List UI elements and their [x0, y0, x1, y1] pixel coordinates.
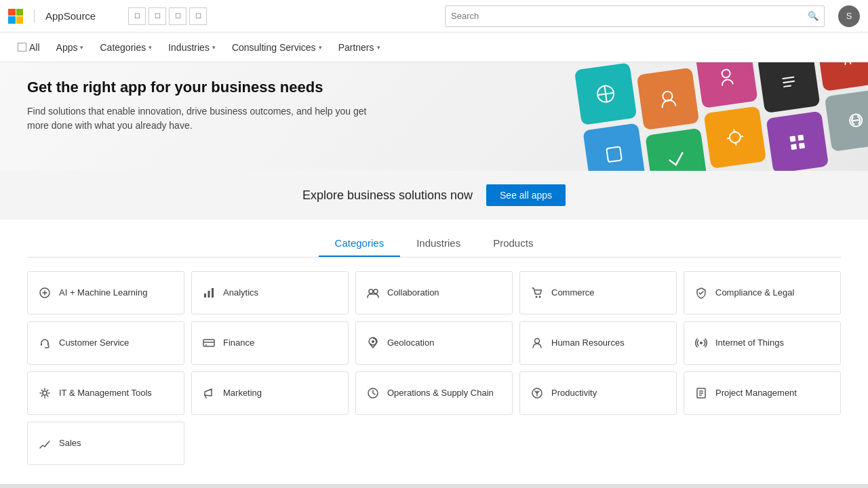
category-label-customer-service: Customer Service: [59, 338, 129, 349]
svg-rect-11: [789, 136, 795, 142]
category-card-geolocation[interactable]: Geolocation: [355, 321, 513, 365]
nav-item-industries[interactable]: Industries ▾: [161, 33, 222, 62]
category-card-customer-service[interactable]: Customer Service: [27, 321, 184, 365]
svg-rect-27: [203, 340, 214, 346]
svg-point-5: [722, 69, 731, 79]
category-card-productivity[interactable]: Productivity: [519, 371, 677, 415]
svg-rect-19: [208, 291, 210, 298]
category-card-ai[interactable]: AI + Machine Learning: [27, 271, 184, 314]
category-label-productivity: Productivity: [551, 388, 597, 399]
see-all-button[interactable]: See all apps: [486, 184, 566, 206]
svg-point-24: [539, 296, 541, 298]
window-btn-1[interactable]: ☐: [128, 7, 146, 25]
svg-point-21: [369, 289, 373, 293]
explore-text: Explore business solutions now: [302, 188, 473, 203]
bottom-bar: [0, 484, 868, 488]
all-checkbox[interactable]: [18, 43, 26, 52]
category-label-it: IT & Management Tools: [59, 388, 152, 399]
category-label-compliance: Compliance & Legal: [715, 287, 794, 299]
category-label-sales: Sales: [59, 438, 81, 449]
it-icon: [37, 386, 52, 401]
partners-chevron: ▾: [377, 44, 380, 51]
category-card-ops[interactable]: Operations & Supply Chain: [355, 371, 513, 415]
tab-categories[interactable]: Categories: [319, 230, 401, 257]
svg-point-29: [205, 344, 207, 346]
nav-item-consulting[interactable]: Consulting Services ▾: [225, 33, 329, 62]
geolocation-icon: [366, 336, 380, 350]
search-icon: 🔍: [808, 11, 818, 21]
tab-industries[interactable]: Industries: [400, 230, 477, 257]
svg-point-33: [43, 391, 47, 395]
category-label-marketing: Marketing: [223, 388, 262, 399]
profile-button[interactable]: S: [838, 5, 860, 27]
nav-item-partners[interactable]: Partners ▾: [332, 33, 387, 62]
tabs-header: Categories Industries Products: [27, 220, 841, 258]
svg-rect-25: [41, 343, 42, 346]
category-label-ops: Operations & Supply Chain: [387, 388, 494, 399]
category-card-commerce[interactable]: Commerce: [519, 271, 677, 314]
nav-item-apps[interactable]: Apps ▾: [50, 33, 91, 62]
customer-service-icon: [37, 336, 52, 350]
tab-products[interactable]: Products: [477, 230, 549, 257]
category-label-project: Project Management: [715, 388, 797, 399]
key-teal: [574, 62, 637, 125]
hr-icon: [530, 336, 545, 350]
commerce-icon: [530, 285, 545, 300]
window-btn-2[interactable]: ☐: [149, 7, 166, 25]
window-btn-3[interactable]: ☐: [169, 7, 186, 25]
category-card-sales[interactable]: Sales: [27, 422, 184, 465]
key-pink: [695, 62, 758, 108]
categories-chevron: ▾: [149, 44, 152, 51]
svg-rect-12: [797, 135, 804, 141]
apps-chevron: ▾: [80, 44, 83, 51]
svg-line-16: [852, 120, 860, 121]
category-label-hr: Human Resources: [551, 338, 625, 349]
category-label-geolocation: Geolocation: [387, 338, 434, 349]
key-purple: [766, 111, 829, 171]
svg-point-22: [374, 289, 378, 293]
svg-point-23: [536, 296, 538, 298]
industries-chevron: ▾: [212, 44, 216, 51]
key-yellow: [704, 106, 767, 169]
search-input[interactable]: [451, 11, 808, 21]
productivity-icon: [530, 386, 545, 401]
tabs-section: Categories Industries Products: [0, 220, 868, 258]
svg-rect-3: [606, 146, 622, 162]
logo-divider: [34, 9, 35, 23]
window-btn-4[interactable]: ☐: [189, 7, 207, 25]
analytics-icon: [201, 285, 216, 300]
category-card-project[interactable]: Project Management: [684, 371, 841, 415]
category-label-collaboration: Collaboration: [387, 287, 439, 299]
category-card-hr[interactable]: Human Resources: [519, 321, 677, 365]
category-label-finance: Finance: [223, 338, 254, 349]
svg-rect-20: [212, 288, 214, 298]
nav-item-categories[interactable]: Categories ▾: [93, 33, 159, 62]
marketing-icon: [201, 386, 216, 401]
appsource-title: AppSource: [45, 10, 96, 22]
iot-icon: [694, 336, 709, 350]
hero-image: [407, 62, 868, 171]
svg-point-32: [700, 342, 703, 344]
key-red: [816, 62, 868, 92]
svg-line-10: [741, 136, 743, 137]
nav-apps-label: Apps: [56, 42, 78, 53]
collaboration-icon: [366, 285, 380, 300]
category-card-it[interactable]: IT & Management Tools: [27, 371, 184, 415]
nav-item-all[interactable]: All: [11, 33, 47, 62]
categories-grid: AI + Machine LearningAnalyticsCollaborat…: [0, 258, 868, 479]
category-card-collaboration[interactable]: Collaboration: [355, 271, 513, 314]
svg-point-31: [535, 339, 540, 344]
nav-all-label: All: [29, 42, 40, 53]
window-controls: ☐ ☐ ☐ ☐: [128, 7, 207, 25]
key-blue: [583, 123, 646, 171]
category-card-analytics[interactable]: Analytics: [191, 271, 349, 314]
category-card-finance[interactable]: Finance: [191, 321, 349, 365]
search-bar[interactable]: 🔍: [445, 5, 825, 27]
nav-consulting-label: Consulting Services: [232, 42, 316, 53]
category-card-marketing[interactable]: Marketing: [191, 371, 349, 415]
compliance-icon: [694, 285, 709, 300]
category-label-iot: Internet of Things: [715, 338, 784, 349]
category-card-compliance[interactable]: Compliance & Legal: [684, 271, 841, 314]
category-card-iot[interactable]: Internet of Things: [684, 321, 841, 365]
microsoft-logo[interactable]: [8, 9, 23, 24]
